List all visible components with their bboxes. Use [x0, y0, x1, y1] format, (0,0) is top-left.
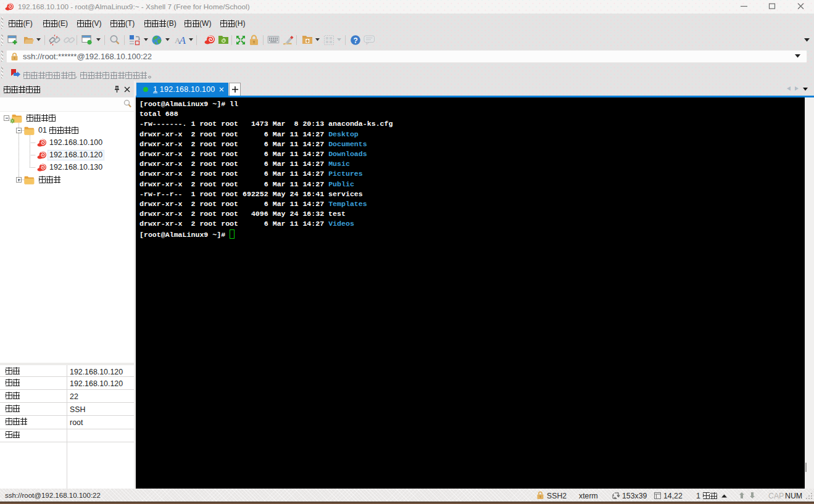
svg-text:?: ?: [354, 36, 358, 45]
svg-text:A: A: [179, 35, 186, 46]
